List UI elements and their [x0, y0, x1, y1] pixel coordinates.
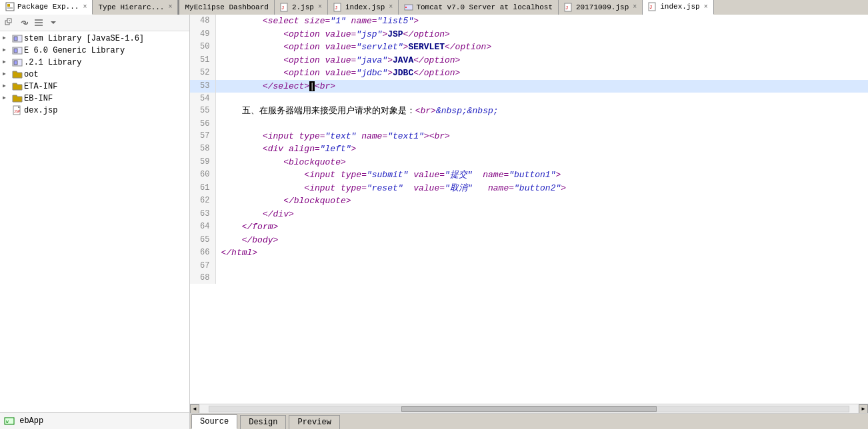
- tab-dashboard-label: MyEclipse Dashboard: [185, 3, 268, 11]
- table-row: 54: [190, 93, 868, 105]
- code-table: 48 <select size="1" name="list5"> 49 <op…: [190, 15, 868, 284]
- table-row: 64 </form>: [190, 220, 868, 234]
- tab-preview[interactable]: Preview: [289, 415, 339, 429]
- tab-2jsp[interactable]: J 2.jsp ×: [275, 0, 328, 15]
- tab-hier-close[interactable]: ×: [168, 3, 172, 11]
- sidebar-bottom-item[interactable]: W ebApp: [0, 412, 189, 429]
- system-library-label: stem Library [JavaSE-1.6]: [24, 34, 144, 43]
- line-number-63: 63: [190, 208, 215, 221]
- meta-inf-label: ETA-INF: [24, 82, 57, 91]
- tree-item-system-library[interactable]: ▶ stem Library [JavaSE-1.6]: [0, 33, 189, 45]
- collapse-icon: [5, 18, 14, 27]
- tab-index2-label: index.jsp: [660, 3, 699, 11]
- svg-rect-1: [7, 4, 10, 7]
- tab-index-jsp2[interactable]: J index.jsp ×: [643, 0, 713, 15]
- line-content-55[interactable]: 五、在服务器端用来接受用户请求的对象是：<br>&nbsp;&nbsp;: [215, 105, 868, 118]
- collapse-all-button[interactable]: [3, 16, 16, 29]
- table-row: 52 <option value="jdbc">JDBC</option>: [190, 67, 868, 80]
- svg-rect-23: [14, 49, 17, 53]
- line-content-52[interactable]: <option value="jdbc">JDBC</option>: [215, 67, 868, 80]
- line-content-64[interactable]: </form>: [215, 220, 868, 234]
- table-row: 61 <input type="reset" value="取消" name="…: [190, 182, 868, 195]
- app-container: Package Exp... × Type Hierarc... × MyEcl…: [0, 0, 868, 429]
- table-row: 62 </blockquote>: [190, 195, 868, 208]
- tab-2jsp-label: 2.jsp: [292, 3, 314, 11]
- table-row: 65 </body>: [190, 234, 868, 247]
- line-content-49[interactable]: <option value="jsp">JSP</option>: [215, 28, 868, 41]
- scroll-left-button[interactable]: ◀: [190, 404, 199, 414]
- table-row: 60 <input type="submit" value="提交" name=…: [190, 169, 868, 182]
- line-number-50: 50: [190, 41, 215, 54]
- tab-hier-label: Type Hierarc...: [98, 3, 164, 11]
- package-explorer-icon: [5, 2, 15, 11]
- expand-arrow-boot: ▶: [3, 71, 11, 79]
- folder-icon-1: [12, 69, 23, 80]
- table-row: 59 <blockquote>: [190, 156, 868, 169]
- line-number-66: 66: [190, 246, 215, 260]
- line-content-57[interactable]: <input type="text" name="text1"><br>: [215, 130, 868, 143]
- tree-item-web-inf[interactable]: ▶ EB-INF: [0, 93, 189, 105]
- line-content-48[interactable]: <select size="1" name="list5">: [215, 15, 868, 28]
- line-content-56[interactable]: [215, 118, 868, 130]
- server-icon: [404, 3, 413, 12]
- line-content-62[interactable]: </blockquote>: [215, 195, 868, 208]
- line-content-65[interactable]: </body>: [215, 234, 868, 247]
- tab-20171009-close[interactable]: ×: [633, 3, 637, 11]
- tab-index-close[interactable]: ×: [389, 3, 393, 11]
- dropdown-arrow-button[interactable]: [47, 16, 60, 29]
- view-menu-icon: [35, 19, 43, 27]
- line-content-54[interactable]: [215, 93, 868, 105]
- line-content-61[interactable]: <input type="reset" value="取消" name="but…: [215, 182, 868, 195]
- line-content-60[interactable]: <input type="submit" value="提交" name="bu…: [215, 169, 868, 182]
- tree-item-e60-library[interactable]: ▶ E 6.0 Generic Library: [0, 45, 189, 57]
- line-content-50[interactable]: <option value="servlet">SERVLET</option>: [215, 41, 868, 54]
- line-content-51[interactable]: <option value="java">JAVA</option>: [215, 54, 868, 67]
- line-number-65: 65: [190, 234, 215, 247]
- tab-myeclipse-dashboard[interactable]: MyEclipse Dashboard: [179, 0, 274, 15]
- code-container[interactable]: 48 <select size="1" name="list5"> 49 <op…: [190, 15, 868, 404]
- tree-item-boot[interactable]: ▶ oot: [0, 69, 189, 81]
- line-content-67[interactable]: [215, 260, 868, 272]
- view-menu-button[interactable]: [32, 16, 45, 29]
- tree-item-index-jsp[interactable]: JSP dex.jsp: [0, 105, 189, 117]
- tab-20171009[interactable]: J 20171009.jsp ×: [559, 0, 643, 15]
- scroll-right-button[interactable]: ▶: [859, 404, 868, 414]
- tab-pkg-close[interactable]: ×: [83, 3, 87, 11]
- line-content-68[interactable]: [215, 272, 868, 284]
- tab-index2-close[interactable]: ×: [704, 3, 708, 11]
- tab-20171009-label: 20171009.jsp: [576, 3, 629, 11]
- expand-arrow-meta: ▶: [3, 83, 11, 91]
- tab-tomcat-server[interactable]: Tomcat v7.0 Server at localhost: [399, 0, 559, 15]
- link-with-editor-button[interactable]: [17, 16, 31, 29]
- scroll-track[interactable]: [209, 406, 849, 412]
- scroll-thumb[interactable]: [401, 406, 657, 412]
- table-row: 56: [190, 118, 868, 130]
- tree-item-meta-inf[interactable]: ▶ ETA-INF: [0, 81, 189, 93]
- table-row: 57 <input type="text" name="text1"><br>: [190, 130, 868, 143]
- horizontal-scrollbar[interactable]: ◀ ▶: [190, 404, 868, 413]
- table-row: 51 <option value="java">JAVA</option>: [190, 54, 868, 67]
- line-content-66[interactable]: </html>: [215, 246, 868, 260]
- table-row: 58 <div align="left">: [190, 143, 868, 156]
- line-content-59[interactable]: <blockquote>: [215, 156, 868, 169]
- tab-source[interactable]: Source: [191, 414, 237, 429]
- line-number-62: 62: [190, 195, 215, 208]
- tab-package-explorer[interactable]: Package Exp... ×: [0, 0, 93, 15]
- e21-library-label: .2.1 Library: [24, 58, 81, 67]
- line-content-58[interactable]: <div align="left">: [215, 143, 868, 156]
- tab-type-hierarchy[interactable]: Type Hierarc... ×: [93, 0, 178, 15]
- line-number-57: 57: [190, 130, 215, 143]
- line-number-48: 48: [190, 15, 215, 28]
- tab-2jsp-close[interactable]: ×: [318, 3, 322, 11]
- library-icon-1: [12, 33, 23, 44]
- tree-item-e21-library[interactable]: ▶ .2.1 Library: [0, 57, 189, 69]
- line-content-53[interactable]: </select>|<br>: [215, 80, 868, 93]
- chevron-down-icon: [51, 20, 56, 25]
- table-row: 55 五、在服务器端用来接受用户请求的对象是：<br>&nbsp;&nbsp;: [190, 105, 868, 118]
- library-icon-2: [12, 45, 23, 56]
- tab-index-jsp[interactable]: J index.jsp ×: [328, 0, 399, 15]
- line-content-63[interactable]: </div>: [215, 208, 868, 221]
- jsp-icon-2: J: [333, 3, 343, 12]
- index-jsp-file-label: dex.jsp: [24, 106, 57, 115]
- tab-design[interactable]: Design: [240, 415, 286, 429]
